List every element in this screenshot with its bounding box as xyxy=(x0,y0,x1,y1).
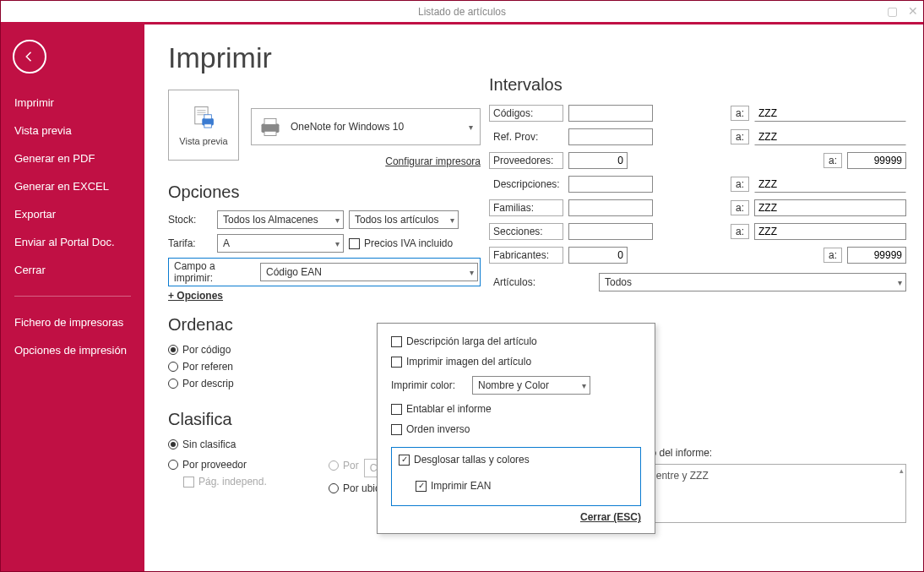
stock-articulos-select[interactable]: Todos los artículos▾ xyxy=(349,210,459,229)
vista-previa-label: Vista previa xyxy=(179,136,227,146)
sidebar: Imprimir Vista previa Generar en PDF Gen… xyxy=(1,25,144,571)
tarifa-label: Tarifa: xyxy=(168,237,212,249)
intv-from-input[interactable] xyxy=(568,199,653,216)
por-proveedor-radio[interactable]: Por proveedor xyxy=(168,459,247,471)
scroll-up-icon[interactable]: ▴ xyxy=(900,466,904,475)
campo-imprimir-select[interactable]: Código EAN▾ xyxy=(260,263,478,281)
titlebar: Listado de artículos ▢ ✕ xyxy=(1,1,923,25)
sidebar-item-exportar[interactable]: Exportar xyxy=(1,200,144,228)
intv-to-input[interactable] xyxy=(754,128,906,145)
intv-to-input[interactable] xyxy=(847,247,906,264)
printer-icon xyxy=(258,115,282,139)
chevron-down-icon: ▾ xyxy=(335,215,340,225)
intv-to-input[interactable] xyxy=(754,223,906,240)
orden-inverso-checkbox[interactable]: Orden inverso xyxy=(391,423,470,435)
sidebar-item-opciones[interactable]: Opciones de impresión xyxy=(1,336,144,364)
intv-from-input[interactable] xyxy=(568,223,653,240)
sidebar-item-cerrar[interactable]: Cerrar xyxy=(1,256,144,284)
svg-rect-6 xyxy=(204,124,212,128)
intv-from-input[interactable] xyxy=(568,247,628,264)
imprimir-ean-checkbox[interactable]: Imprimir EAN xyxy=(416,480,491,492)
intv-label: Secciones: xyxy=(489,223,563,240)
popup-close-link[interactable]: Cerrar (ESC) xyxy=(391,511,641,523)
por-cprog-radio[interactable]: Por xyxy=(329,460,359,471)
a-label: a: xyxy=(731,200,749,215)
sidebar-item-excel[interactable]: Generar en EXCEL xyxy=(1,172,144,200)
tarifa-select[interactable]: A▾ xyxy=(217,234,344,253)
sidebar-separator xyxy=(14,296,131,297)
sin-clasif-radio[interactable]: Sin clasifica xyxy=(168,439,236,450)
a-label: a: xyxy=(731,106,749,121)
sidebar-item-imprimir[interactable]: Imprimir xyxy=(1,89,144,117)
chevron-down-icon: ▾ xyxy=(469,123,473,132)
chevron-down-icon: ▾ xyxy=(450,215,454,225)
chevron-down-icon: ▾ xyxy=(335,239,340,248)
intv-label: Familias: xyxy=(489,199,563,216)
opciones-popup: Descripción larga del artículo Imprimir … xyxy=(377,323,655,534)
svg-rect-9 xyxy=(264,131,276,135)
svg-rect-5 xyxy=(204,115,212,119)
orden-codigo-radio[interactable]: Por código xyxy=(168,344,231,356)
close-icon[interactable]: ✕ xyxy=(908,4,918,18)
intv-label: Fabricantes: xyxy=(489,247,563,264)
intv-from-input[interactable] xyxy=(568,128,653,145)
imprimir-color-select[interactable]: Nombre y Color▾ xyxy=(472,376,590,395)
mas-opciones-link[interactable]: + Opciones xyxy=(168,290,481,302)
chevron-down-icon: ▾ xyxy=(898,278,902,287)
a-label: a: xyxy=(731,224,749,239)
imprimir-color-label: Imprimir color: xyxy=(391,379,467,391)
stock-label: Stock: xyxy=(168,214,212,226)
opciones-heading: Opciones xyxy=(168,182,481,202)
desc-larga-checkbox[interactable]: Descripción larga del artículo xyxy=(391,335,537,347)
articulos-label: Artículos: xyxy=(489,274,563,291)
back-button[interactable] xyxy=(13,40,46,74)
printer-name: OneNote for Windows 10 xyxy=(291,121,404,133)
desglosar-checkbox[interactable]: Desglosar tallas y colores xyxy=(399,454,530,466)
intv-label: Proveedores: xyxy=(489,152,563,169)
intv-label: Códigos: xyxy=(489,105,563,122)
entablar-checkbox[interactable]: Entablar el informe xyxy=(391,403,492,415)
restore-icon[interactable]: ▢ xyxy=(887,4,898,18)
a-label: a: xyxy=(823,248,842,263)
a-label: a: xyxy=(823,153,842,168)
intv-to-input[interactable] xyxy=(847,152,906,169)
intervalos-heading: Intervalos xyxy=(489,75,906,95)
sidebar-item-vista-previa[interactable]: Vista previa xyxy=(1,117,144,144)
intv-to-input[interactable] xyxy=(754,176,906,193)
a-label: a: xyxy=(731,129,749,144)
vista-previa-button[interactable]: Vista previa xyxy=(168,90,239,161)
intv-label: Ref. Prov: xyxy=(489,128,563,145)
config-printer-link[interactable]: Configurar impresora xyxy=(251,155,481,167)
campo-label: Campo a imprimir: xyxy=(171,260,255,284)
sidebar-item-fichero[interactable]: Fichero de impresoras xyxy=(1,308,144,336)
printer-select[interactable]: OneNote for Windows 10 ▾ xyxy=(251,108,481,145)
orden-referencia-radio[interactable]: Por referen xyxy=(168,361,233,373)
sidebar-item-pdf[interactable]: Generar en PDF xyxy=(1,144,144,172)
iva-checkbox[interactable]: Precios IVA incluido xyxy=(349,237,453,249)
svg-rect-8 xyxy=(264,118,276,124)
imagen-articulo-checkbox[interactable]: Imprimir imagen del artículo xyxy=(391,356,531,368)
window-title: Listado de artículos xyxy=(418,6,506,18)
pag-independ-checkbox: Pág. independ. xyxy=(183,476,267,488)
intv-from-input[interactable] xyxy=(568,152,628,169)
stock-almacen-select[interactable]: Todos los Almacenes▾ xyxy=(217,210,344,229)
a-label: a: xyxy=(731,177,749,192)
chevron-down-icon: ▾ xyxy=(582,381,586,390)
sidebar-item-portal[interactable]: Enviar al Portal Doc. xyxy=(1,228,144,256)
intv-from-input[interactable] xyxy=(568,176,653,193)
intv-label: Descripciones: xyxy=(489,176,563,193)
orden-descripcion-radio[interactable]: Por descrip xyxy=(168,378,234,390)
intv-to-input[interactable] xyxy=(754,199,906,216)
arrow-left-icon xyxy=(22,49,37,64)
intv-from-input[interactable] xyxy=(568,105,653,122)
page-printer-icon xyxy=(189,104,218,133)
articulos-select[interactable]: Todos▾ xyxy=(599,273,906,291)
intv-to-input[interactable] xyxy=(754,105,906,122)
chevron-down-icon: ▾ xyxy=(470,268,474,277)
page-title: Imprimir xyxy=(168,41,481,74)
